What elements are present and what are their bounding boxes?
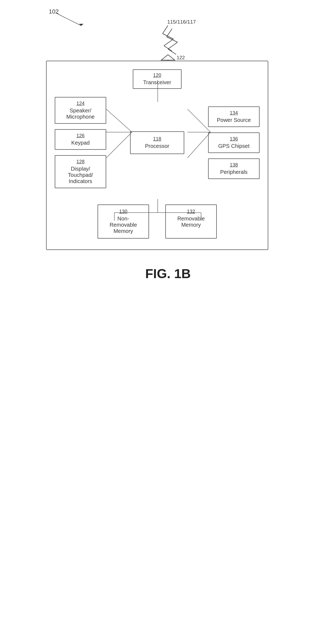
svg-line-6 bbox=[167, 29, 172, 37]
figure-label: FIG. 1B bbox=[145, 266, 191, 281]
peripherals-box: 138 Peripherals bbox=[208, 158, 260, 179]
bottom-section: 130 Non-RemovableMemory 132 RemovableMem… bbox=[55, 204, 260, 239]
antenna-svg: 122 bbox=[146, 25, 190, 61]
right-column: 134 Power Source 136 GPS Chipset 138 Per… bbox=[208, 106, 260, 179]
keypad-box: 126 Keypad bbox=[55, 129, 106, 150]
svg-line-5 bbox=[164, 46, 172, 51]
processor-box: 118 Processor bbox=[130, 131, 184, 154]
svg-line-4 bbox=[164, 39, 173, 46]
transceiver-number: 120 bbox=[139, 73, 176, 78]
processor-name: Processor bbox=[137, 143, 177, 149]
svg-line-9 bbox=[168, 49, 176, 54]
svg-line-2 bbox=[163, 25, 168, 34]
antenna-section: 115/116/117 122 bbox=[46, 19, 290, 61]
device-box: 120 Transceiver 124 Speaker/Microphone 1… bbox=[46, 61, 268, 250]
processor-number: 118 bbox=[137, 136, 177, 142]
svg-line-8 bbox=[168, 42, 177, 49]
left-column: 124 Speaker/Microphone 126 Keypad 128 Di… bbox=[55, 97, 106, 188]
display-box: 128 Display/Touchpad/Indicators bbox=[55, 155, 106, 188]
antenna-label: 115/116/117 bbox=[167, 19, 196, 25]
svg-marker-10 bbox=[161, 55, 175, 60]
removable-memory-box: 132 RemovableMemory bbox=[165, 204, 217, 239]
speaker-box: 124 Speaker/Microphone bbox=[55, 97, 106, 124]
power-source-box: 134 Power Source bbox=[208, 106, 260, 127]
middle-area: 124 Speaker/Microphone 126 Keypad 128 Di… bbox=[55, 97, 260, 188]
transceiver-name: Transceiver bbox=[139, 79, 176, 86]
bottom-area: 130 Non-RemovableMemory 132 RemovableMem… bbox=[55, 204, 260, 239]
svg-line-7 bbox=[167, 37, 177, 42]
transceiver-area: 120 Transceiver bbox=[55, 69, 260, 89]
gps-box: 136 GPS Chipset bbox=[208, 132, 260, 153]
middle-section: 124 Speaker/Microphone 126 Keypad 128 Di… bbox=[55, 97, 260, 188]
svg-text:122: 122 bbox=[177, 55, 185, 60]
transceiver-box: 120 Transceiver bbox=[133, 69, 182, 89]
non-removable-memory-box: 130 Non-RemovableMemory bbox=[98, 204, 149, 239]
